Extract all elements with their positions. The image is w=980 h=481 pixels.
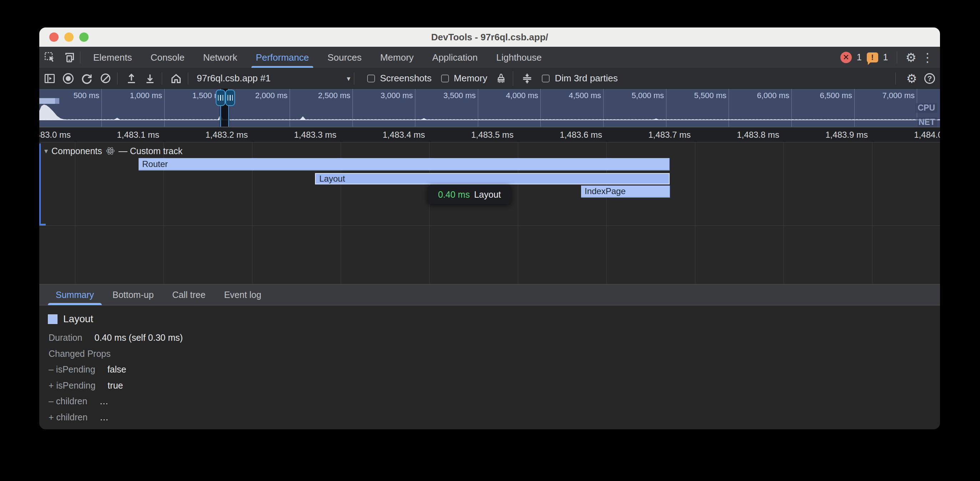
download-profile-icon[interactable] xyxy=(142,70,158,87)
tab-memory[interactable]: Memory xyxy=(371,47,423,68)
ruler-tick-label: 1,483.1 ms xyxy=(88,130,159,140)
settings-gear-icon[interactable]: ⚙ xyxy=(906,51,916,63)
overview-tick-label: 5,000 ms xyxy=(592,91,664,100)
screenshots-label: Screenshots xyxy=(380,73,432,84)
summary-title: Layout xyxy=(63,313,93,325)
summary-row-label: + isPending xyxy=(49,380,95,391)
toolbar-divider xyxy=(162,73,162,84)
bottom-tab-event-log[interactable]: Event log xyxy=(215,284,270,305)
issues-count[interactable]: 1 xyxy=(883,52,888,62)
event-color-swatch xyxy=(48,314,57,324)
selection-left-handle[interactable] xyxy=(216,90,225,106)
tab-sources[interactable]: Sources xyxy=(318,47,371,68)
capture-settings-gear-icon[interactable]: ⚙ xyxy=(907,73,917,84)
summary-row-label: – isPending xyxy=(49,364,95,375)
ruler-tick-label: 1,484.0 ms xyxy=(885,130,940,140)
track-bottom-separator xyxy=(39,225,940,226)
tooltip-label: Layout xyxy=(474,189,501,200)
flame-gridline xyxy=(784,142,784,284)
selected-track-indicator xyxy=(39,143,41,225)
tab-elements[interactable]: Elements xyxy=(84,47,141,68)
memory-label: Memory xyxy=(454,73,487,84)
summary-row-value: false xyxy=(108,364,126,375)
ruler-tick-label: 1,483.9 ms xyxy=(796,130,868,140)
collapse-tracks-icon[interactable] xyxy=(519,70,535,87)
collapse-triangle-icon[interactable]: ▾ xyxy=(44,147,48,155)
toggle-sidebar-icon[interactable] xyxy=(41,70,58,87)
tabbar-right-divider xyxy=(897,51,897,63)
inspect-element-icon[interactable] xyxy=(42,49,58,65)
screenshots-checkbox-row[interactable]: Screenshots xyxy=(367,73,432,84)
dim-3rd-parties-checkbox[interactable] xyxy=(542,75,550,83)
bottom-tabbar: SummaryBottom-upCall treeEvent log xyxy=(39,284,940,305)
ruler-tick-label: 1,483.5 ms xyxy=(442,130,514,140)
tab-application[interactable]: Application xyxy=(423,47,487,68)
overview-tick-label: 4,000 ms xyxy=(467,91,538,100)
ruler-tick-label: 1,483.0 ms xyxy=(39,130,71,140)
tabbar-divider xyxy=(80,51,80,63)
flame-bar-indexpage[interactable]: IndexPage xyxy=(581,186,670,198)
garbage-collect-icon[interactable] xyxy=(493,70,509,87)
memory-checkbox-row[interactable]: Memory xyxy=(441,73,487,84)
summary-row: – children… xyxy=(49,396,108,406)
chevron-down-icon: ▾ xyxy=(347,74,350,83)
selection-right-handle[interactable] xyxy=(225,90,235,106)
track-header[interactable]: ▾ Components — Custom track xyxy=(44,145,183,157)
bottom-tab-bottom-up[interactable]: Bottom-up xyxy=(103,284,163,305)
timeline-overview[interactable]: 500 ms1,000 ms1,500 ms2,000 ms2,500 ms3,… xyxy=(39,89,940,127)
summary-panel: Layout Duration0.40 ms (self 0.30 ms)Cha… xyxy=(39,305,940,429)
clear-icon[interactable] xyxy=(97,70,114,87)
flame-gridline xyxy=(695,142,695,284)
summary-row-label: + children xyxy=(49,412,88,422)
tab-lighthouse[interactable]: Lighthouse xyxy=(487,47,551,68)
record-icon[interactable] xyxy=(60,70,76,87)
summary-row-value: true xyxy=(108,380,123,391)
summary-row: Changed Props xyxy=(49,349,111,359)
help-icon[interactable]: ? xyxy=(924,73,935,84)
summary-row: + children… xyxy=(49,412,108,422)
summary-row-value: … xyxy=(100,412,108,422)
toolbar-right-cluster: ⚙ ? xyxy=(892,68,935,89)
kebab-menu-icon[interactable]: ⋮ xyxy=(921,51,934,63)
ruler-tick-label: 1,483.2 ms xyxy=(177,130,248,140)
bottom-tab-call-tree[interactable]: Call tree xyxy=(163,284,215,305)
target-selector[interactable]: 97r6ql.csb.app #1 ▾ xyxy=(197,73,350,84)
device-toolbar-icon[interactable] xyxy=(61,49,76,65)
overview-tick-label: 7,000 ms xyxy=(843,91,915,100)
tab-console[interactable]: Console xyxy=(141,47,194,68)
track-name: Components xyxy=(51,146,102,156)
dim-3rd-parties-label: Dim 3rd parties xyxy=(555,73,617,84)
toolbar-divider xyxy=(354,73,354,84)
tab-network[interactable]: Network xyxy=(194,47,247,68)
overview-tick-label: 3,500 ms xyxy=(404,91,476,100)
main-tabs: ElementsConsoleNetworkPerformanceSources… xyxy=(84,47,551,68)
overview-tick-label: 1,500 ms xyxy=(153,91,224,100)
home-icon[interactable] xyxy=(168,70,184,87)
summary-row-label: Duration xyxy=(49,333,83,343)
summary-header: Layout xyxy=(48,313,93,325)
ruler-tick-label: 1,483.8 ms xyxy=(708,130,779,140)
overview-tick-label: 1,000 ms xyxy=(91,91,162,100)
overview-tick-label: 6,000 ms xyxy=(718,91,789,100)
overview-tick-label: 5,500 ms xyxy=(655,91,726,100)
bottom-tab-summary[interactable]: Summary xyxy=(46,284,103,305)
screenshots-checkbox[interactable] xyxy=(367,75,375,83)
reload-and-record-icon[interactable] xyxy=(79,70,95,87)
tab-performance[interactable]: Performance xyxy=(247,47,318,68)
flame-bar-router[interactable]: Router xyxy=(138,158,670,171)
summary-row: Duration0.40 ms (self 0.30 ms) xyxy=(49,333,183,343)
upload-profile-icon[interactable] xyxy=(123,70,140,87)
error-count[interactable]: 1 xyxy=(857,52,862,62)
devtools-tabbar: ElementsConsoleNetworkPerformanceSources… xyxy=(39,47,940,68)
react-atom-icon xyxy=(106,146,115,156)
issues-badge-icon[interactable]: ! xyxy=(867,52,878,62)
ruler-tick-label: 1,483.3 ms xyxy=(265,130,336,140)
summary-row-label: Changed Props xyxy=(49,349,111,359)
dim-3rd-parties-checkbox-row[interactable]: Dim 3rd parties xyxy=(542,73,617,84)
net-lane-label: NET xyxy=(916,117,937,127)
memory-checkbox[interactable] xyxy=(441,75,449,83)
summary-row: – isPendingfalse xyxy=(49,364,126,375)
flame-chart[interactable]: ▾ Components — Custom track RouterLayout… xyxy=(39,142,940,284)
flame-bar-layout[interactable]: Layout xyxy=(315,173,670,184)
error-badge-icon[interactable]: ✕ xyxy=(840,52,852,63)
